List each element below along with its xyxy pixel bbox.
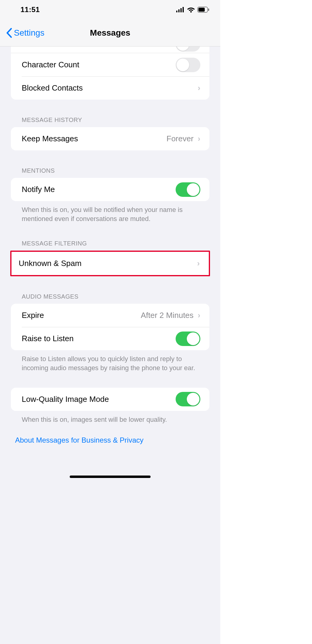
row-label: Character Count — [22, 60, 79, 69]
section-header-message-history: MESSAGE HISTORY — [0, 100, 220, 127]
section-footer-audio: Raise to Listen allows you to quickly li… — [0, 350, 220, 372]
svg-rect-0 — [176, 11, 177, 12]
svg-rect-6 — [199, 8, 205, 12]
home-indicator[interactable] — [70, 476, 151, 478]
toggle-switch[interactable] — [176, 46, 200, 52]
back-label: Settings — [14, 28, 44, 38]
keep-messages-row[interactable]: Keep Messages Forever › — [11, 127, 209, 150]
content: Character Count Blocked Contacts › MESSA… — [0, 46, 220, 444]
section-header-mentions: MENTIONS — [0, 150, 220, 178]
navigation-bar: Settings Messages — [0, 19, 220, 46]
svg-rect-7 — [208, 8, 209, 11]
about-link[interactable]: About Messages for Business & Privacy — [15, 436, 144, 444]
chevron-right-icon: › — [197, 259, 200, 268]
group-audio: Expire After 2 Minutes › Raise to Listen — [11, 304, 209, 350]
group-message-history: Keep Messages Forever › — [11, 127, 209, 150]
wifi-icon — [187, 7, 195, 13]
section-footer-mentions: When this is on, you will be notified wh… — [0, 201, 220, 223]
row-label: Raise to Listen — [22, 334, 74, 343]
highlight-unknown-spam: Unknown & Spam › — [10, 251, 210, 276]
right-gutter — [220, 0, 312, 644]
notify-me-row[interactable]: Notify Me — [11, 178, 209, 201]
svg-rect-1 — [178, 9, 180, 12]
status-bar: 11:51 — [0, 0, 220, 19]
blocked-contacts-row[interactable]: Blocked Contacts › — [11, 76, 209, 100]
chevron-right-icon: › — [198, 134, 200, 143]
group-sms: Character Count Blocked Contacts › — [11, 53, 209, 100]
row-label: Notify Me — [22, 185, 55, 194]
back-button[interactable]: Settings — [6, 28, 44, 38]
row-label: Low-Quality Image Mode — [22, 395, 109, 404]
low-quality-toggle[interactable] — [176, 392, 200, 406]
group-mentions: Notify Me — [11, 178, 209, 201]
section-header-audio: AUDIO MESSAGES — [0, 276, 220, 304]
battery-icon — [197, 7, 209, 13]
status-time: 11:51 — [21, 5, 40, 14]
raise-to-listen-toggle[interactable] — [176, 332, 200, 346]
character-count-toggle[interactable] — [176, 58, 200, 72]
svg-point-4 — [190, 11, 192, 13]
group-low-quality: Low-Quality Image Mode — [11, 388, 209, 411]
about-link-row: About Messages for Business & Privacy — [0, 424, 220, 444]
low-quality-row[interactable]: Low-Quality Image Mode — [11, 388, 209, 411]
cellular-icon — [176, 7, 185, 12]
row-value: After 2 Minutes — [141, 311, 193, 320]
chevron-left-icon — [6, 28, 12, 38]
svg-rect-3 — [183, 7, 184, 12]
row-value: Forever — [167, 134, 194, 143]
row-label: Unknown & Spam — [19, 259, 81, 268]
section-header-filtering: MESSAGE FILTERING — [0, 223, 220, 251]
row-label: Keep Messages — [22, 134, 78, 143]
clipped-row — [11, 46, 209, 53]
unknown-spam-row[interactable]: Unknown & Spam › — [11, 252, 209, 275]
svg-rect-2 — [180, 8, 182, 12]
chevron-right-icon: › — [198, 311, 200, 320]
row-label: Expire — [22, 311, 44, 320]
raise-to-listen-row[interactable]: Raise to Listen — [11, 327, 209, 350]
character-count-row[interactable]: Character Count — [11, 53, 209, 76]
chevron-right-icon: › — [198, 83, 200, 93]
notify-me-toggle[interactable] — [176, 182, 200, 197]
screen: 11:51 Settings Messages Character Count … — [0, 0, 220, 644]
expire-row[interactable]: Expire After 2 Minutes › — [11, 304, 209, 327]
status-icons — [176, 7, 209, 13]
row-label: Blocked Contacts — [22, 83, 83, 93]
section-footer-low-quality: When this is on, images sent will be low… — [0, 411, 220, 424]
